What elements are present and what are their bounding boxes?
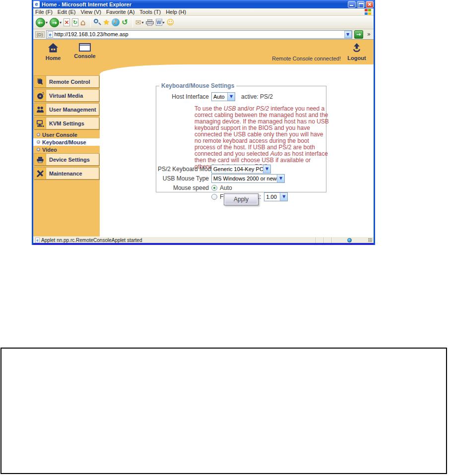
media-icon: ♪ (112, 18, 120, 26)
word-dropdown-icon[interactable]: ▾ (163, 20, 165, 25)
mouse-speed-auto-radio[interactable] (211, 185, 217, 191)
host-interface-row: Host Interface Auto ▼ active: PS/2 (158, 92, 273, 101)
usb-mouse-type-value: MS Windows 2000 or newer (213, 176, 277, 181)
bullet-icon (37, 133, 40, 136)
chevron-down-icon[interactable]: ▼ (263, 165, 270, 173)
ps2-keyboard-model-value: Generic 104-Key PC (213, 166, 263, 172)
stop-icon: × (64, 18, 70, 26)
chevron-down-icon[interactable]: ▼ (280, 193, 287, 201)
address-input[interactable]: e http://192.168.10.23/home.asp ▼ (46, 30, 352, 39)
edit-with-word-button[interactable]: W ▾ (156, 19, 165, 26)
apply-button[interactable]: Apply (224, 193, 258, 205)
toolbar-separator (90, 17, 91, 27)
maintenance-icon (34, 168, 46, 179)
resize-grip[interactable] (368, 238, 372, 242)
home-icon: ⌂ (80, 17, 86, 27)
mouse-speed-fixed-row: Fixed scaling 1: 1.00 ▼ (158, 192, 288, 201)
mail-button[interactable]: ✉ ▾ (135, 18, 144, 26)
ps2-keyboard-model-row: PS/2 Keyboard Model Generic 104-Key PC ▼ (158, 165, 271, 174)
refresh-button[interactable]: ↻ (72, 18, 78, 26)
media-button[interactable]: ♪ (112, 18, 120, 26)
sidebar-item-device-settings[interactable]: Device Settings (34, 153, 99, 166)
menu-file[interactable]: File (F) (35, 9, 53, 15)
figure-frame (0, 348, 447, 474)
window-bottom-border (33, 243, 374, 245)
status-page-icon: e (35, 238, 40, 242)
forward-dropdown-icon[interactable]: ▾ (60, 20, 62, 25)
sidebar-item-remote-control[interactable]: Remote Control (34, 75, 99, 88)
interface-description: To use the USB and/or PS/2 interface you… (194, 106, 329, 170)
address-dropdown-icon[interactable]: ▼ (344, 31, 352, 38)
maximize-button[interactable] (357, 1, 365, 8)
sidebar-item-kvm-settings[interactable]: KVM Settings (34, 117, 99, 129)
usb-mouse-type-label: USB Mouse Type (158, 175, 211, 182)
logout-label: Logout (345, 55, 369, 61)
toolbar-separator (132, 17, 133, 27)
favorites-button[interactable]: ★ (103, 18, 110, 27)
keyboard-mouse-settings-fieldset: Keyboard/Mouse Settings Host Interface A… (156, 82, 326, 192)
links-overflow-icon[interactable]: » (367, 31, 371, 38)
address-label: (D) (35, 31, 45, 38)
bullet-icon (37, 148, 40, 151)
page-icon: e (48, 31, 53, 38)
page-content: Keyboard/Mouse Settings Host Interface A… (33, 40, 374, 237)
menu-view[interactable]: View (V) (81, 9, 101, 15)
fixed-scaling-value: 1.00 (266, 194, 280, 200)
browser-window: e Home - Microsoft Internet Explorer Fil… (32, 0, 375, 245)
user-management-icon (34, 104, 46, 115)
status-bar: e Applet nn.pp.rc.RemoteConsoleApplet st… (33, 237, 374, 243)
forward-icon: → (50, 18, 59, 27)
usb-mouse-type-row: USB Mouse Type MS Windows 2000 or newer … (158, 174, 285, 183)
mouse-speed-label: Mouse speed (158, 184, 211, 191)
back-button[interactable]: ← ▾ (36, 18, 48, 27)
status-pane (316, 238, 323, 243)
forward-button[interactable]: → ▾ (50, 18, 62, 27)
mouse-speed-fixed-radio[interactable] (211, 194, 217, 200)
windows-logo-icon (365, 9, 372, 15)
virtual-media-icon (34, 90, 46, 101)
bullet-icon (37, 140, 40, 144)
kvm-settings-icon (34, 118, 46, 129)
host-interface-select[interactable]: Auto ▼ (211, 92, 235, 101)
search-button[interactable] (93, 18, 101, 26)
menu-help[interactable]: Help (H) (166, 9, 186, 15)
history-button[interactable]: ↺ (122, 18, 128, 27)
usb-mouse-type-select[interactable]: MS Windows 2000 or newer ▼ (211, 174, 285, 183)
address-bar: (D) e http://192.168.10.23/home.asp ▼ → … (33, 29, 374, 40)
chevron-down-icon[interactable]: ▼ (277, 175, 284, 182)
back-icon: ← (36, 18, 45, 27)
device-settings-icon (34, 154, 46, 165)
print-button[interactable] (146, 19, 154, 26)
go-button[interactable]: → (354, 30, 363, 39)
sidebar-item-maintenance[interactable]: Maintenance (34, 167, 99, 179)
sidebar-subitem-video[interactable]: Video (33, 146, 100, 153)
minimize-button[interactable] (348, 1, 356, 8)
logout-button[interactable]: Logout (345, 43, 369, 61)
sidebar-item-user-management[interactable]: User Management (34, 103, 99, 116)
stop-button[interactable]: × (64, 18, 70, 26)
home-button[interactable]: ⌂ (80, 17, 86, 27)
chevron-down-icon[interactable]: ▼ (227, 93, 235, 101)
connection-status-text: Remote Console connected! (272, 56, 341, 61)
sidebar-item-virtual-media[interactable]: Virtual Media (34, 89, 99, 102)
refresh-icon: ↻ (72, 18, 78, 26)
fixed-scaling-select[interactable]: 1.00 ▼ (264, 192, 288, 201)
menu-edit[interactable]: Edit (E) (58, 9, 76, 15)
back-dropdown-icon[interactable]: ▾ (46, 20, 48, 25)
menu-favorite[interactable]: Favorite (A) (106, 9, 134, 15)
sidebar-subitem-user-console[interactable]: User Console (33, 131, 100, 138)
ps2-keyboard-model-label: PS/2 Keyboard Model (158, 166, 211, 173)
remote-control-icon (34, 76, 46, 87)
address-url[interactable]: http://192.168.10.23/home.asp (55, 31, 344, 37)
close-button[interactable] (366, 1, 374, 8)
mouse-speed-auto-row: Mouse speed Auto (158, 183, 232, 192)
sidebar-subitem-keyboard-mouse[interactable]: Keyboard/Mouse (33, 138, 100, 146)
mail-dropdown-icon[interactable]: ▾ (142, 20, 144, 25)
menu-tools[interactable]: Tools (T) (139, 9, 161, 15)
status-pane (323, 238, 331, 243)
main-panel: Keyboard/Mouse Settings Host Interface A… (100, 64, 374, 237)
print-icon (146, 19, 154, 26)
title-bar[interactable]: e Home - Microsoft Internet Explorer (32, 0, 375, 8)
ps2-keyboard-model-select[interactable]: Generic 104-Key PC ▼ (211, 165, 271, 174)
messenger-button[interactable]: ☺ (167, 18, 175, 27)
